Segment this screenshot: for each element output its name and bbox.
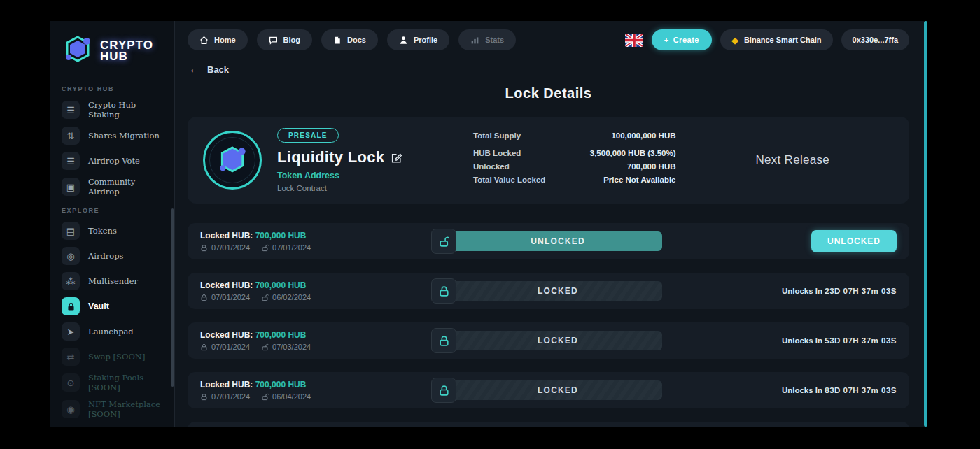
lock-date: 07/01/2024 (200, 243, 250, 252)
sidebar-item-airdrop-vote[interactable]: ☰ Airdrop Vote (50, 148, 174, 173)
monitor-icon: ▣ (62, 178, 80, 196)
hexagon-logo-icon (62, 34, 94, 69)
app-window: CRYPTO HUB CRYPTO HUB ☰ Crypto Hub Staki… (50, 21, 927, 427)
lock-date: 07/01/2024 (200, 343, 250, 351)
sidebar-item-airdrops[interactable]: ◎ Airdrops (50, 243, 174, 269)
locked-amount: 700,000 HUB (255, 280, 307, 290)
wallet-address-button[interactable]: 0x330e...7ffa (841, 29, 909, 50)
sidebar-item-staking-pools[interactable]: ⊙ Staking Pools [SOON] (50, 369, 174, 396)
sidebar-item-multisender[interactable]: ⁂ Multisender (50, 269, 174, 294)
nft-icon: ◉ (62, 400, 80, 418)
back-arrow-icon: ← (189, 63, 200, 76)
sidebar-item-registration[interactable]: ⊛ Registration [SOON] (50, 422, 174, 427)
edit-icon[interactable] (391, 152, 402, 164)
lock-title: Liquidity Lock (277, 148, 384, 166)
circuit-decoration (209, 137, 255, 183)
create-button[interactable]: + Create (652, 29, 712, 50)
back-button[interactable]: ← Back (189, 63, 238, 76)
nav-home[interactable]: Home (188, 29, 248, 50)
lock-date: 07/01/2024 (200, 392, 250, 401)
lock-closed-icon (200, 393, 208, 401)
sidebar-section-cryptohub: CRYPTO HUB (50, 78, 174, 97)
nav-docs[interactable]: Docs (321, 29, 378, 50)
rocket-icon: ➤ (62, 322, 80, 341)
person-icon (399, 36, 408, 45)
unlock-countdown: Unlocks In 53D 07H 37m 03S (782, 336, 897, 345)
lock-closed-icon (431, 378, 456, 403)
nav-stats[interactable]: Stats (458, 29, 516, 50)
sidebar-scrollbar[interactable] (172, 208, 174, 387)
lock-contract-link[interactable]: Lock Contract (277, 184, 445, 192)
lock-stats: Total Supply 100,000,000 HUB HUB Locked … (473, 131, 676, 189)
lock-date: 07/01/2024 (200, 293, 250, 301)
lock-row: Locked HUB: 700,000 HUB 07/01/2024 06/02… (188, 273, 909, 309)
progress-bar: LOCKED (431, 378, 662, 403)
locked-amount: 700,000 HUB (255, 380, 307, 390)
locked-amount: 700,000 HUB (255, 330, 307, 340)
progress-bar: LOCKED (431, 328, 662, 353)
nav-actions: + Create ◆ Binance Smart Chain 0x330e...… (625, 29, 909, 50)
brand-logo[interactable]: CRYPTO HUB (50, 31, 174, 78)
coins-icon: ▤ (62, 222, 80, 240)
sidebar-item-crypto-hub-staking[interactable]: ☰ Crypto Hub Staking (50, 97, 174, 123)
stat-total-supply: Total Supply 100,000,000 HUB (473, 131, 676, 140)
locked-hub-label: Locked HUB: (200, 231, 253, 241)
lock-closed-icon (200, 343, 208, 351)
unlock-date: 07/03/2024 (261, 343, 311, 351)
sidebar-item-community-airdrop[interactable]: ▣ Community Airdrop (50, 173, 174, 200)
token-info: PRESALE Liquidity Lock Token Address Loc… (277, 128, 445, 192)
locked-amount: 700,000 HUB (255, 231, 307, 241)
sidebar-item-swap[interactable]: ⇄ Swap [SOON] (50, 344, 174, 369)
presale-badge: PRESALE (277, 128, 339, 143)
status-bar: LOCKED (454, 281, 662, 301)
lock-open-icon (261, 393, 269, 401)
status-bar: LOCKED (454, 331, 662, 350)
token-address-link[interactable]: Token Address (277, 171, 445, 180)
nav-profile[interactable]: Profile (387, 29, 449, 50)
chat-icon (269, 36, 278, 45)
sidebar-item-nft-marketplace[interactable]: ◉ NFT Marketplace [SOON] (50, 396, 174, 422)
locked-hub-label: Locked HUB: (200, 280, 253, 290)
layers-icon: ☰ (62, 152, 80, 170)
lock-row-info: Locked HUB: 700,000 HUB 07/01/2024 07/01… (200, 231, 431, 252)
unlock-date: 07/01/2024 (261, 243, 311, 252)
sidebar-item-tokens[interactable]: ▤ Tokens (50, 218, 174, 243)
status-bar: UNLOCKED (454, 231, 662, 251)
unlock-countdown: Unlocks In 83D 07H 37m 03S (782, 386, 897, 394)
progress-bar: UNLOCKED (431, 229, 662, 254)
migration-icon: ⇅ (62, 127, 80, 145)
locked-hub-label: Locked HUB: (200, 330, 253, 340)
lock-row: Locked HUB: 700,000 HUB 07/01/2024 06/04… (188, 372, 909, 408)
unlocked-button[interactable]: UNLOCKED (811, 230, 897, 252)
uk-flag-icon[interactable] (625, 34, 643, 47)
lock-open-icon (261, 343, 269, 351)
locked-hub-label: Locked HUB: (200, 380, 253, 390)
top-navigation: Home Blog Docs Profile Stats (188, 29, 909, 50)
token-logo (203, 131, 262, 190)
sidebar-item-vault[interactable]: Vault (50, 294, 174, 319)
lock-row: Locked HUB: 700,000 HUB 07/01/2024 07/03… (188, 322, 909, 359)
page-scrollbar[interactable] (924, 21, 927, 427)
unlock-date: 06/02/2024 (261, 293, 311, 301)
sidebar-item-launchpad[interactable]: ➤ Launchpad (50, 319, 174, 344)
sidebar-section-explore: EXPLORE (50, 200, 174, 218)
plus-icon: + (664, 36, 669, 44)
bar-chart-icon (470, 36, 479, 45)
next-release-label: Next Release (692, 153, 895, 167)
page-title: Lock Details (188, 85, 909, 101)
stat-hub-locked: HUB Locked 3,500,000 HUB (3.50%) (473, 149, 676, 157)
unlock-date: 06/04/2024 (261, 392, 311, 401)
lock-closed-icon (431, 328, 456, 353)
stat-unlocked: Unlocked 700,000 HUB (473, 162, 676, 171)
network-selector[interactable]: ◆ Binance Smart Chain (720, 29, 833, 50)
pool-icon: ⊙ (62, 373, 80, 392)
lock-closed-icon (200, 244, 208, 252)
progress-bar: LOCKED (431, 278, 662, 304)
nav-blog[interactable]: Blog (257, 29, 312, 50)
lock-details-card: PRESALE Liquidity Lock Token Address Loc… (188, 117, 909, 204)
lock-row-info: Locked HUB: 700,000 HUB 07/01/2024 06/02… (200, 280, 431, 301)
sidebar-item-shares-migration[interactable]: ⇅ Shares Migration (50, 123, 174, 148)
lock-closed-icon (200, 294, 208, 301)
unlock-countdown: Unlocks In 23D 07H 37m 03S (782, 287, 897, 295)
lock-open-icon (261, 294, 269, 301)
